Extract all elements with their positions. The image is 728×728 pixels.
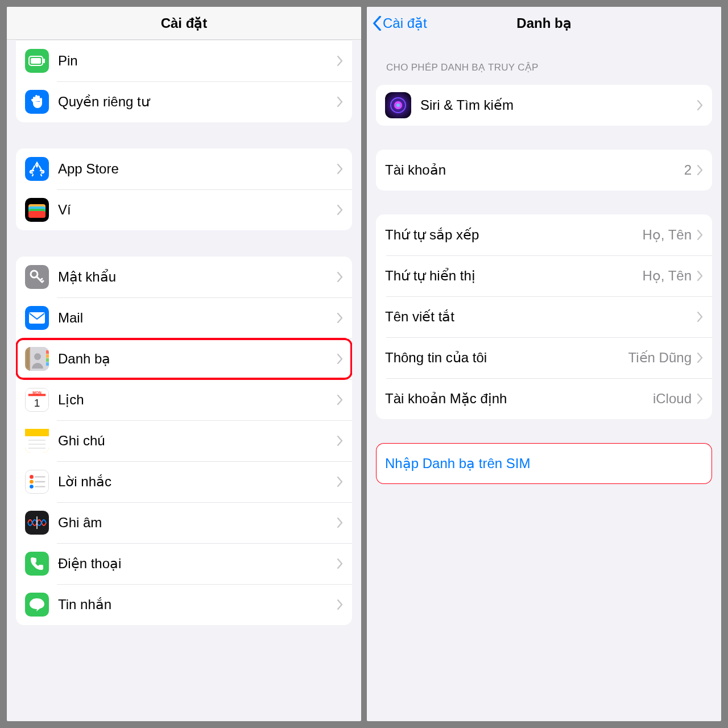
messages-icon bbox=[25, 593, 49, 617]
settings-group: App StoreVí bbox=[16, 148, 352, 230]
row-label-notes: Ghi chú bbox=[58, 433, 337, 449]
row-label-appstore: App Store bbox=[58, 161, 337, 177]
chevron-right-icon bbox=[697, 230, 703, 240]
pref-label: Thông tin của tôi bbox=[385, 350, 628, 366]
siri-label: Siri & Tìm kiếm bbox=[420, 97, 697, 113]
row-contacts[interactable]: Danh bạ bbox=[16, 338, 352, 379]
row-wallet[interactable]: Ví bbox=[16, 189, 352, 230]
row-voice[interactable]: Ghi âm bbox=[16, 502, 352, 543]
row-pref-1[interactable]: Thứ tự hiển thịHọ, Tên bbox=[376, 255, 712, 296]
svg-rect-24 bbox=[25, 429, 49, 436]
svg-rect-2 bbox=[43, 59, 45, 63]
mail-icon bbox=[25, 306, 49, 330]
key-icon bbox=[25, 265, 49, 289]
chevron-right-icon bbox=[697, 165, 703, 175]
row-notes[interactable]: Ghi chú bbox=[16, 420, 352, 461]
svg-point-30 bbox=[30, 480, 34, 484]
appstore-icon bbox=[25, 157, 49, 181]
chevron-right-icon bbox=[337, 477, 343, 487]
row-import-sim[interactable]: Nhập Danh bạ trên SIM bbox=[376, 443, 712, 484]
row-siri-search[interactable]: Siri & Tìm kiếm bbox=[376, 85, 712, 126]
voice-memos-icon bbox=[25, 511, 49, 535]
contacts-settings-screen: Cài đặt Danh bạ CHO PHÉP DANH BẠ TRUY CẬ… bbox=[367, 7, 721, 721]
row-pref-4[interactable]: Tài khoản Mặc địnhiCloud bbox=[376, 378, 712, 419]
chevron-right-icon bbox=[337, 205, 343, 215]
chevron-right-icon bbox=[697, 394, 703, 404]
row-passwords[interactable]: Mật khẩu bbox=[16, 257, 352, 297]
chevron-right-icon bbox=[337, 518, 343, 528]
reminders-icon bbox=[25, 470, 49, 494]
chevron-right-icon bbox=[337, 599, 343, 610]
settings-group: PinQuyền riêng tư bbox=[16, 40, 352, 122]
svg-rect-12 bbox=[28, 350, 28, 368]
import-sim-label: Nhập Danh bạ trên SIM bbox=[385, 456, 703, 471]
row-mail[interactable]: Mail bbox=[16, 297, 352, 338]
pref-value: Tiến Dũng bbox=[628, 350, 692, 366]
back-label: Cài đặt bbox=[383, 15, 427, 31]
pref-label: Tên viết tắt bbox=[385, 309, 697, 325]
chevron-right-icon bbox=[697, 353, 703, 363]
chevron-right-icon bbox=[337, 164, 343, 174]
svg-text:MON: MON bbox=[32, 391, 42, 395]
svg-rect-6 bbox=[28, 211, 46, 218]
group-import-sim: Nhập Danh bạ trên SIM bbox=[376, 443, 712, 484]
left-nav-title: Cài đặt bbox=[161, 15, 208, 31]
svg-rect-11 bbox=[27, 350, 27, 368]
battery-icon bbox=[25, 49, 49, 73]
svg-text:1: 1 bbox=[34, 397, 40, 409]
row-label-wallet: Ví bbox=[58, 202, 337, 218]
svg-rect-10 bbox=[25, 347, 30, 371]
settings-group: Mật khẩuMailDanh bạMON1LịchGhi chúLời nh… bbox=[16, 257, 352, 625]
wallet-icon bbox=[25, 198, 49, 222]
row-label-messages: Tin nhắn bbox=[58, 597, 337, 613]
row-label-contacts: Danh bạ bbox=[58, 351, 337, 367]
svg-rect-8 bbox=[29, 312, 45, 324]
row-pref-2[interactable]: Tên viết tắt bbox=[376, 296, 712, 337]
chevron-right-icon bbox=[697, 100, 703, 110]
notes-icon bbox=[25, 429, 49, 453]
chevron-right-icon bbox=[337, 56, 343, 66]
group-siri: Siri & Tìm kiếm bbox=[376, 85, 712, 126]
row-messages[interactable]: Tin nhắn bbox=[16, 584, 352, 625]
row-calendar[interactable]: MON1Lịch bbox=[16, 379, 352, 420]
row-reminders[interactable]: Lời nhắc bbox=[16, 461, 352, 502]
group-prefs: Thứ tự sắp xếpHọ, TênThứ tự hiển thịHọ, … bbox=[376, 214, 712, 419]
back-button[interactable]: Cài đặt bbox=[373, 15, 427, 31]
svg-point-17 bbox=[34, 353, 41, 360]
row-privacy[interactable]: Quyền riêng tư bbox=[16, 81, 352, 122]
row-label-passwords: Mật khẩu bbox=[58, 269, 337, 285]
contacts-icon bbox=[25, 347, 49, 371]
section-header-access: CHO PHÉP DANH BẠ TRUY CẬP bbox=[386, 61, 702, 73]
calendar-icon: MON1 bbox=[25, 388, 49, 412]
accounts-label: Tài khoản bbox=[385, 162, 684, 178]
pref-value: iCloud bbox=[653, 391, 692, 407]
svg-rect-15 bbox=[46, 358, 49, 362]
chevron-right-icon bbox=[337, 354, 343, 364]
left-content: PinQuyền riêng tưApp StoreVíMật khẩuMail… bbox=[7, 40, 361, 721]
row-pref-3[interactable]: Thông tin của tôiTiến Dũng bbox=[376, 337, 712, 378]
chevron-right-icon bbox=[697, 312, 703, 322]
pref-label: Thứ tự sắp xếp bbox=[385, 227, 642, 243]
row-phone[interactable]: Điện thoại bbox=[16, 543, 352, 584]
row-pref-0[interactable]: Thứ tự sắp xếpHọ, Tên bbox=[376, 214, 712, 255]
svg-rect-1 bbox=[31, 58, 41, 64]
chevron-left-icon bbox=[373, 16, 382, 31]
row-accounts[interactable]: Tài khoản 2 bbox=[376, 150, 712, 191]
svg-point-38 bbox=[396, 104, 400, 107]
row-appstore[interactable]: App Store bbox=[16, 148, 352, 189]
phone-icon bbox=[25, 552, 49, 576]
chevron-right-icon bbox=[337, 313, 343, 323]
svg-rect-14 bbox=[46, 354, 49, 358]
svg-rect-13 bbox=[46, 350, 49, 354]
chevron-right-icon bbox=[337, 97, 343, 107]
pref-label: Tài khoản Mặc định bbox=[385, 391, 653, 407]
chevron-right-icon bbox=[337, 436, 343, 446]
chevron-right-icon bbox=[337, 395, 343, 405]
row-label-phone: Điện thoại bbox=[58, 556, 337, 572]
row-label-voice: Ghi âm bbox=[58, 515, 337, 531]
row-battery[interactable]: Pin bbox=[16, 40, 352, 81]
svg-point-29 bbox=[30, 475, 34, 479]
row-label-reminders: Lời nhắc bbox=[58, 474, 337, 490]
left-nav-bar: Cài đặt bbox=[7, 7, 361, 40]
settings-screen: Cài đặt PinQuyền riêng tưApp StoreVíMật … bbox=[7, 7, 361, 721]
